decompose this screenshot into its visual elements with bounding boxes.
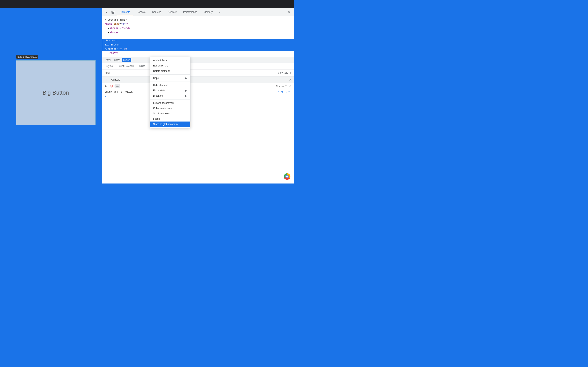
context-menu-focus[interactable]: Focus xyxy=(150,116,190,122)
html-line-head: ▶<head>…</head> xyxy=(105,26,292,30)
context-menu-add-attribute[interactable]: Add attribute xyxy=(150,58,190,63)
add-style-icon[interactable]: + xyxy=(290,71,292,75)
filter-end: :hov .cls + xyxy=(278,71,292,75)
page-area: button 447.3×365.5 Big Button xyxy=(0,8,102,184)
filter-bar: :hov .cls + xyxy=(102,70,294,76)
context-menu-break-on[interactable]: Break on ▶ xyxy=(150,93,190,99)
console-title: Console xyxy=(111,78,120,81)
devtools-toolbar-icons xyxy=(103,9,117,15)
toolbar-end-icons: ⋮ ✕ xyxy=(280,9,293,15)
console-play-icon[interactable]: ▶ xyxy=(104,84,108,88)
context-menu-hide-element[interactable]: Hide element xyxy=(150,83,190,88)
console-log-entry: thank you for click script.js:2 xyxy=(105,90,292,94)
hov-label[interactable]: :hov xyxy=(278,71,283,74)
tab-event-listeners[interactable]: Event Listeners xyxy=(116,64,137,68)
console-close-button[interactable]: ✕ xyxy=(288,78,292,82)
context-menu-store-global[interactable]: Store as global variable xyxy=(150,122,190,127)
console-toolbar: ▶ 🚫 top All levels ▼ ⚙ xyxy=(102,83,294,89)
devtools-panel: Elements Console Sources Network Perform… xyxy=(102,8,294,184)
filter-input[interactable] xyxy=(105,71,278,74)
html-line-body-close: </body> xyxy=(105,51,292,55)
html-line-button-text[interactable]: Big Button xyxy=(102,43,294,47)
main-area: button 447.3×365.5 Big Button xyxy=(0,8,294,184)
context-menu-delete-element[interactable]: Delete element xyxy=(150,68,190,74)
context-menu-collapse-children[interactable]: Collapse children xyxy=(150,106,190,111)
context-menu-edit-html[interactable]: Edit as HTML xyxy=(150,63,190,68)
html-tree: <!doctype html> <html lang="en"> ▶<head>… xyxy=(102,16,294,57)
console-area: ⋮ Console ✕ ▶ 🚫 top All levels ▼ ⚙ thank… xyxy=(102,76,294,101)
tab-styles[interactable]: Styles xyxy=(104,64,115,68)
devtools-tabs: Elements Console Sources Network Perform… xyxy=(117,8,224,16)
svg-rect-0 xyxy=(112,11,113,12)
tab-elements[interactable]: Elements xyxy=(117,8,133,16)
context-menu-force-state[interactable]: Force state ▶ xyxy=(150,88,190,93)
inspect-icon[interactable] xyxy=(110,9,116,15)
html-line-body: ▼<body> xyxy=(105,30,292,34)
console-levels-dropdown[interactable]: All levels ▼ xyxy=(276,85,287,87)
svg-point-5 xyxy=(286,175,288,178)
context-menu: Add attribute Edit as HTML Delete elemen… xyxy=(150,57,190,128)
tab-sources[interactable]: Sources xyxy=(149,8,164,16)
html-line-button-close[interactable]: </button> == $0 xyxy=(102,47,294,51)
browser-chrome xyxy=(0,0,294,8)
devtools-options-icon[interactable]: ⋮ xyxy=(280,9,286,15)
big-button-label: Big Button xyxy=(43,90,69,96)
console-header: ⋮ Console ✕ xyxy=(102,76,294,83)
console-output: thank you for click script.js:2 › xyxy=(102,89,294,99)
console-block-icon[interactable]: 🚫 xyxy=(109,84,113,88)
console-settings-icon[interactable]: ⚙ xyxy=(288,84,292,88)
breadcrumb-html[interactable]: html xyxy=(105,58,112,62)
html-line-ellipsis: ... xyxy=(105,35,292,39)
chrome-logo xyxy=(283,173,291,180)
console-drag-icon: ⋮ xyxy=(104,77,110,83)
tab-dom[interactable]: DOM xyxy=(137,64,147,68)
cls-label[interactable]: .cls xyxy=(285,71,288,74)
breadcrumb-body[interactable]: body xyxy=(113,58,121,62)
console-log-text: thank you for click xyxy=(105,90,133,94)
styles-tabs-bar: Styles Event Listeners DOM rties Accessi… xyxy=(102,63,294,70)
breadcrumb-button[interactable]: button xyxy=(122,58,131,62)
console-prompt-arrow: › xyxy=(105,95,106,98)
tab-console[interactable]: Console xyxy=(133,8,149,16)
svg-rect-3 xyxy=(113,12,114,13)
devtools-toolbar: Elements Console Sources Network Perform… xyxy=(102,8,294,16)
context-menu-divider-2 xyxy=(150,82,190,82)
tab-performance[interactable]: Performance xyxy=(180,8,200,16)
tab-more[interactable]: » xyxy=(216,8,224,16)
console-log-source[interactable]: script.js:2 xyxy=(277,90,292,94)
html-line-doctype: <!doctype html> xyxy=(105,18,292,22)
context-menu-scroll-into-view[interactable]: Scroll into view xyxy=(150,111,190,116)
breadcrumb-bar: html body button xyxy=(102,57,294,63)
context-menu-copy[interactable]: Copy ▶ xyxy=(150,75,190,81)
console-prompt: › xyxy=(105,94,292,98)
svg-rect-2 xyxy=(112,12,113,13)
big-button-container[interactable]: Big Button xyxy=(16,60,95,125)
context-menu-divider-3 xyxy=(150,99,190,100)
element-tooltip: button 447.3×365.5 xyxy=(16,55,38,59)
html-line-button-open[interactable]: <button> xyxy=(102,39,294,43)
devtools-close-icon[interactable]: ✕ xyxy=(286,9,292,15)
context-menu-expand-recursively[interactable]: Expand recursively xyxy=(150,100,190,106)
tab-network[interactable]: Network xyxy=(164,8,180,16)
cursor-icon[interactable] xyxy=(104,9,110,15)
tab-memory[interactable]: Memory xyxy=(200,8,216,16)
svg-rect-1 xyxy=(113,11,114,12)
html-line-html: <html lang="en"> xyxy=(105,22,292,26)
console-context[interactable]: top xyxy=(114,84,120,88)
